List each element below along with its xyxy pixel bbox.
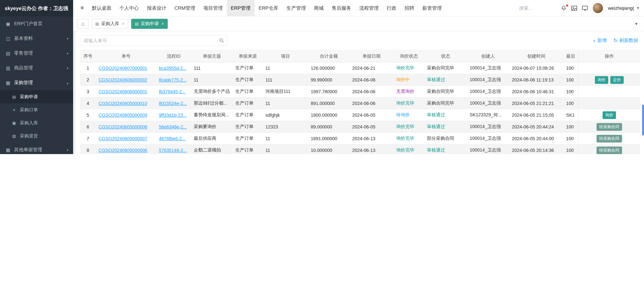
sidebar-subitem-label: 采购申请 — [20, 94, 38, 100]
picture-icon[interactable] — [572, 5, 577, 10]
menu-toggle-icon[interactable]: ≡ — [76, 5, 88, 11]
order-link[interactable]: CGSQ20240606000002 — [99, 77, 147, 82]
user-menu[interactable]: weizhiqiang( — [608, 5, 634, 11]
sidebar-item[interactable]: ▤零售管理▾ — [0, 46, 73, 61]
order-link[interactable]: CGSQ20240607000001 — [99, 65, 147, 71]
sidebar-item[interactable]: ▣ERP门户首页 — [0, 16, 73, 31]
flow-link[interactable]: 56e6348e-2... — [159, 124, 187, 129]
cell-created-time: 2024-06-05 21:21:21 — [509, 97, 563, 109]
cell-date: 2024-06-21 — [350, 62, 394, 74]
inquiry-status-badge: 询价完毕 — [396, 65, 414, 70]
avatar[interactable] — [593, 3, 603, 13]
table-row: 1CGSQ20240607000001bca3955d-2...111生产订单1… — [80, 62, 640, 74]
order-link[interactable]: CGSQ20240605000007 — [99, 136, 147, 141]
sidebar-subitem[interactable]: ▣采购入库 — [0, 116, 73, 129]
cell-date: 2024-06-13 — [350, 133, 394, 144]
nav-item[interactable]: CRM管理 — [170, 0, 199, 16]
cell-creator: 100014_卫志强 — [467, 144, 509, 154]
cell-project: 河南项目111 — [263, 86, 308, 97]
search-icon[interactable] — [219, 38, 224, 44]
cell-source: 生产订单 — [233, 74, 263, 86]
cell-topic: 无需询价多个产品 — [191, 86, 233, 97]
tab-close-icon[interactable]: × — [162, 21, 164, 26]
cell-creator: 100014_卫志强 — [467, 62, 509, 74]
flow-link[interactable]: 9ff33d1b-23... — [159, 112, 187, 118]
cell-last-updater: SK1 — [564, 109, 578, 121]
nav-item[interactable]: 流程管理 — [355, 0, 383, 16]
flow-link[interactable]: 8cade775-2... — [159, 77, 186, 82]
order-link[interactable]: CGSQ20240605000009 — [99, 112, 147, 118]
flow-link[interactable]: 4876fbe6-2... — [159, 136, 186, 141]
cell-created-time: 2024-06-05 20:44:24 — [509, 121, 563, 133]
cell-last-updater: 100 — [564, 74, 578, 86]
nav-item[interactable]: 报表设计 — [143, 0, 170, 16]
order-link[interactable]: CGSQ20240605000010 — [99, 101, 147, 106]
action-button[interactable]: 转采购合同 — [596, 135, 622, 142]
nav-item[interactable]: 售后服务 — [328, 0, 355, 16]
cell-project: 11 — [263, 97, 308, 109]
add-button[interactable]: +新增 — [593, 37, 607, 44]
nav-item[interactable]: 项目管理 — [199, 0, 227, 16]
order-link[interactable]: CGSQ20240606000001 — [99, 89, 147, 94]
nav-item[interactable]: 行政 — [383, 0, 400, 16]
nav-item[interactable]: 招聘 — [400, 0, 418, 16]
inquiry-status-badge: 询价完毕 — [396, 101, 414, 106]
cell-flow: bca3955d-2... — [156, 62, 191, 74]
nav-item[interactable]: 默认桌面 — [88, 0, 116, 16]
sidebar-item[interactable]: ▦采购管理▴ — [0, 75, 73, 90]
sidebar-item[interactable]: ▥商品管理▾ — [0, 61, 73, 75]
sidebar-item[interactable]: ▦其他单据管理▾ — [0, 143, 73, 154]
action-button[interactable]: 转采购合同 — [596, 123, 622, 131]
cell-flow: 8015524e-2... — [156, 97, 191, 109]
order-search-input[interactable] — [80, 35, 228, 46]
cell-inquiry-status: 询价完毕 — [394, 62, 424, 74]
column-header: 询价状态 — [394, 50, 424, 62]
cell-actions: 转采购合同 — [578, 144, 640, 154]
sidebar-subitem[interactable]: ▧采购退货 — [0, 129, 73, 143]
sidebar-item[interactable]: ◫基本资料▾ — [0, 31, 73, 46]
bell-icon[interactable] — [561, 5, 566, 11]
sidebar-subitem-label: 采购入库 — [20, 120, 38, 126]
column-header: 序号 — [80, 50, 96, 62]
nav-item[interactable]: 个人中心 — [116, 0, 143, 16]
order-link[interactable]: CGSQ20240605000008 — [99, 124, 147, 129]
cell-inquiry-status: 询价完毕 — [394, 133, 424, 144]
cell-date: 2024-06-05 — [350, 121, 394, 133]
global-search-input[interactable] — [519, 5, 556, 11]
nav-item[interactable]: ERP管理 — [227, 0, 255, 16]
chevron-down-icon: ▾ — [67, 51, 68, 55]
nav-item[interactable]: 商城 — [310, 0, 328, 16]
refresh-button[interactable]: ↻刷新数据 — [614, 37, 638, 44]
column-header: 单据主题 — [191, 50, 233, 62]
action-button[interactable]: 转采购合同 — [596, 146, 622, 154]
flow-link[interactable]: bca3955d-2... — [159, 65, 186, 71]
monitor-icon[interactable] — [582, 5, 588, 10]
tabs-dropdown-icon[interactable]: ▼ — [632, 22, 640, 26]
cell-creator: 100014_卫志强 — [467, 133, 509, 144]
action-button[interactable]: 询价 — [595, 76, 608, 84]
sidebar-subitem[interactable]: ▤采购申请 — [0, 90, 73, 103]
cell-project: 11 — [263, 62, 308, 74]
action-button[interactable]: 询价 — [602, 111, 616, 119]
tab[interactable]: ▤采购入库× — [92, 19, 128, 29]
action-button[interactable]: 定价 — [610, 76, 624, 84]
chevron-down-icon[interactable]: ▼ — [636, 6, 640, 10]
cell-topic: 那边9好过分都... — [191, 97, 233, 109]
sidebar-subitem[interactable]: ≡采购订单 — [0, 103, 73, 116]
nav-item[interactable]: 薪资管理 — [418, 0, 446, 16]
home-tab-button[interactable]: ⌂ — [77, 19, 88, 29]
order-link[interactable]: CGSQ20240605000006 — [99, 148, 147, 153]
nav-item[interactable]: 生产管理 — [282, 0, 310, 16]
cell-source: 生产订单 — [233, 121, 263, 133]
tab-close-icon[interactable]: × — [122, 21, 124, 26]
cell-order: CGSQ20240605000008 — [96, 121, 156, 133]
cell-status: 采购合同完毕 — [424, 62, 467, 74]
cell-created-time: 2024-06-06 10:46:31 — [509, 86, 563, 97]
flow-link[interactable]: 8015524e-2... — [159, 101, 187, 106]
vertical-scrollbar-thumb[interactable] — [642, 105, 644, 135]
tab[interactable]: ▤采购申请× — [131, 19, 168, 29]
flow-link[interactable]: 57635149-2... — [159, 148, 187, 153]
column-header: 单据日期 — [350, 50, 394, 62]
nav-item[interactable]: ERP仓库 — [255, 0, 282, 16]
flow-link[interactable]: fb379445-2... — [159, 89, 186, 94]
